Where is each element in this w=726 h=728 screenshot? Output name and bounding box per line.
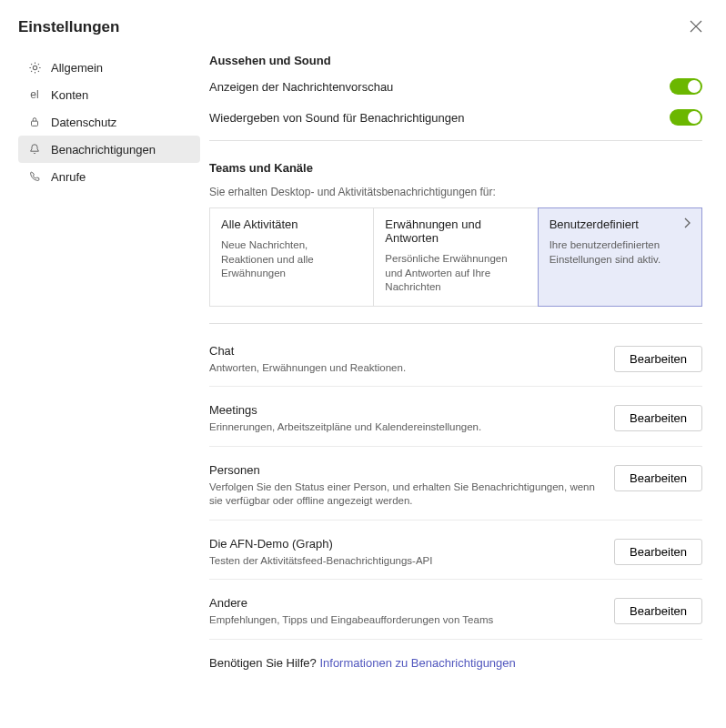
card-title: Erwähnungen und Antworten xyxy=(385,217,526,245)
edit-button-people[interactable]: Bearbeiten xyxy=(614,465,702,491)
sidebar-item-privacy[interactable]: Datenschutz xyxy=(18,108,200,136)
help-prefix: Benötigen Sie Hilfe? xyxy=(209,656,319,670)
bell-icon xyxy=(27,142,42,157)
close-icon xyxy=(690,20,702,35)
divider xyxy=(209,323,702,324)
close-button[interactable] xyxy=(686,18,706,37)
divider xyxy=(209,386,702,387)
card-desc: Ihre benutzerdefinierten Einstellungen s… xyxy=(550,238,691,267)
category-row-chat: Chat Antworten, Erwähnungen und Reaktion… xyxy=(209,344,702,376)
category-desc: Testen der Aktivitätsfeed-Benachrichtigu… xyxy=(209,554,601,569)
divider xyxy=(209,140,702,141)
card-title-text: Benutzerdefiniert xyxy=(550,217,639,231)
preview-toggle-label: Anzeigen der Nachrichtenvorschau xyxy=(209,80,393,94)
svg-rect-1 xyxy=(32,121,38,126)
category-desc: Verfolgen Sie den Status einer Person, u… xyxy=(209,480,601,509)
teams-channels-sub: Sie erhalten Desktop- und Aktivitätsbena… xyxy=(209,186,702,198)
category-row-people: Personen Verfolgen Sie den Status einer … xyxy=(209,463,702,509)
svg-point-0 xyxy=(33,66,36,69)
accounts-icon: el xyxy=(27,87,42,102)
edit-button-chat[interactable]: Bearbeiten xyxy=(614,346,702,372)
divider xyxy=(209,446,702,447)
card-desc: Persönliche Erwähnungen und Antworten au… xyxy=(385,252,526,295)
settings-content: Aussehen und Sound Anzeigen der Nachrich… xyxy=(209,54,719,728)
card-desc: Neue Nachrichten, Reaktionen und alle Er… xyxy=(221,238,362,281)
category-row-other: Andere Empfehlungen, Tipps und Eingabeau… xyxy=(209,596,702,628)
sidebar-item-label: Datenschutz xyxy=(51,116,116,129)
card-all-activities[interactable]: Alle Aktivitäten Neue Nachrichten, Reakt… xyxy=(209,207,374,307)
category-desc: Erinnerungen, Arbeitszeitpläne und Kalen… xyxy=(209,420,601,435)
help-row: Benötigen Sie Hilfe? Informationen zu Be… xyxy=(209,656,702,670)
card-mentions-replies[interactable]: Erwähnungen und Antworten Persönliche Er… xyxy=(373,207,538,307)
divider xyxy=(209,639,702,640)
settings-title: Einstellungen xyxy=(18,18,119,36)
sidebar-item-general[interactable]: Allgemein xyxy=(18,54,200,81)
category-title: Chat xyxy=(209,344,601,358)
sidebar-item-label: Benachrichtigungen xyxy=(51,143,156,157)
lock-icon xyxy=(27,115,42,129)
edit-button-meetings[interactable]: Bearbeiten xyxy=(614,405,702,431)
divider xyxy=(209,520,702,521)
help-link[interactable]: Informationen zu Benachrichtigungen xyxy=(319,656,515,670)
gear-icon xyxy=(27,60,42,75)
category-desc: Empfehlungen, Tipps und Eingabeaufforder… xyxy=(209,613,601,628)
sound-toggle-label: Wiedergeben von Sound für Benachrichtigu… xyxy=(209,111,464,125)
appearance-heading: Aussehen und Sound xyxy=(209,54,702,67)
sound-toggle[interactable] xyxy=(670,109,702,126)
edit-button-afn-demo[interactable]: Bearbeiten xyxy=(614,539,702,565)
phone-icon xyxy=(27,169,42,184)
divider xyxy=(209,579,702,580)
card-title: Alle Aktivitäten xyxy=(221,217,362,231)
sidebar-item-accounts[interactable]: el Konten xyxy=(18,81,200,108)
sound-toggle-row: Wiedergeben von Sound für Benachrichtigu… xyxy=(209,109,702,126)
chevron-right-icon xyxy=(683,217,691,231)
teams-channels-heading: Teams und Kanäle xyxy=(209,161,702,175)
sidebar-item-notifications[interactable]: Benachrichtigungen xyxy=(18,136,200,163)
category-title: Die AFN-Demo (Graph) xyxy=(209,537,601,551)
category-row-meetings: Meetings Erinnerungen, Arbeitszeitpläne … xyxy=(209,403,702,435)
category-title: Personen xyxy=(209,463,601,477)
sidebar-item-label: Allgemein xyxy=(51,61,103,75)
preview-toggle-row: Anzeigen der Nachrichtenvorschau xyxy=(209,78,702,95)
sidebar-item-label: Anrufe xyxy=(51,170,86,184)
category-title: Meetings xyxy=(209,403,601,417)
category-row-afn-demo: Die AFN-Demo (Graph) Testen der Aktivitä… xyxy=(209,537,702,569)
card-custom[interactable]: Benutzerdefiniert Ihre benutzerdefiniert… xyxy=(538,207,702,307)
settings-sidebar: Allgemein el Konten Datenschutz xyxy=(18,54,209,728)
preview-toggle[interactable] xyxy=(670,78,702,95)
notification-scope-cards: Alle Aktivitäten Neue Nachrichten, Reakt… xyxy=(209,207,702,307)
category-desc: Antworten, Erwähnungen und Reaktionen. xyxy=(209,361,601,376)
card-title: Benutzerdefiniert xyxy=(550,217,691,231)
sidebar-item-calls[interactable]: Anrufe xyxy=(18,163,200,190)
category-title: Andere xyxy=(209,596,601,610)
settings-header: Einstellungen xyxy=(18,18,719,37)
edit-button-other[interactable]: Bearbeiten xyxy=(614,598,702,624)
sidebar-item-label: Konten xyxy=(51,88,88,102)
